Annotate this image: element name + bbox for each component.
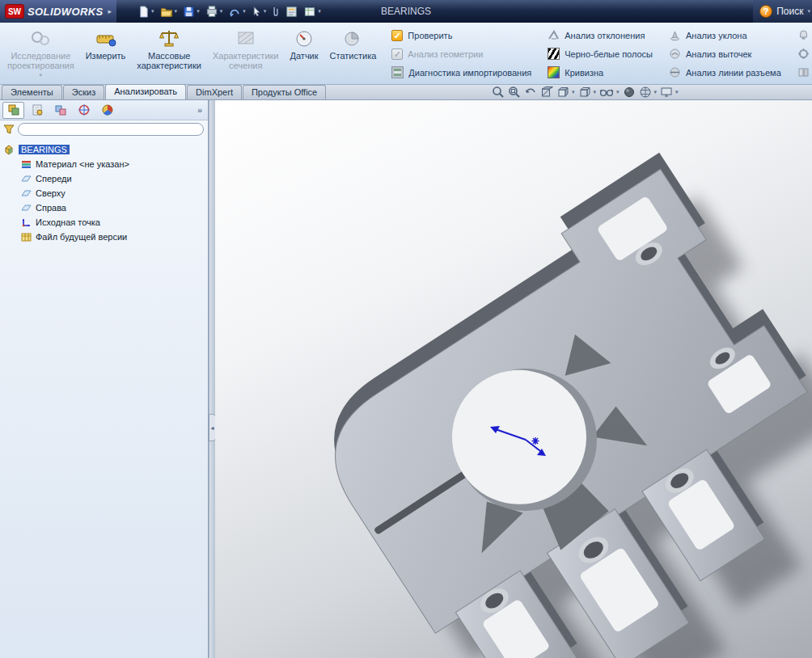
select-button[interactable]: ▾ [252, 6, 267, 18]
tab-features[interactable]: Элементы [2, 85, 62, 99]
tree-root[interactable]: BEARINGS [3, 142, 206, 157]
checked-checkbox-icon[interactable]: ✓ [391, 30, 403, 41]
statistics-icon [342, 27, 363, 51]
tree-item-right-plane[interactable]: Справа [3, 200, 206, 215]
property-manager-tab[interactable] [26, 102, 48, 119]
open-icon [160, 6, 173, 18]
menu-flyout-arrow-icon[interactable]: ▸ [108, 7, 112, 15]
zoom-fit-icon[interactable] [492, 86, 505, 99]
display-manager-tab[interactable] [96, 102, 118, 119]
clipped-button-1[interactable]: Прове [797, 27, 812, 44]
clipped-button-3[interactable]: Сравн [797, 64, 812, 81]
tree-item-front-plane[interactable]: Спереди [3, 171, 206, 186]
dropdown-icon[interactable]: ▾ [40, 70, 43, 80]
command-manager-tabs: Элементы Эскиз Анализировать DimXpert Пр… [0, 85, 812, 100]
undo-button[interactable]: ▾ [228, 6, 246, 18]
search-area[interactable]: ? Поиск ▾ [753, 0, 812, 23]
draft-analysis-icon [669, 29, 681, 41]
curvature-button[interactable]: Кривизна [548, 64, 653, 81]
graphics-viewport[interactable] [215, 100, 812, 658]
save-button[interactable]: ▾ [183, 6, 200, 18]
dropdown-icon[interactable]: ▾ [594, 89, 597, 95]
tree-item-material[interactable]: Материал <не указан> [3, 157, 206, 171]
section-properties-icon [236, 27, 256, 51]
draft-analysis-button[interactable]: Анализ уклона [669, 27, 781, 44]
dimxpert-manager-tab[interactable] [73, 102, 95, 119]
panel-splitter[interactable]: ◂ [209, 100, 215, 658]
check-group: ✓ Проверить ✓ Анализ геометрии Диагности… [385, 24, 538, 83]
import-diagnostics-button[interactable]: Диагностика импортирования [391, 64, 531, 81]
app-name: SOLIDWORKS [27, 6, 104, 18]
tree-item-future-version[interactable]: Файл будущей версии [3, 230, 206, 244]
section-view-icon[interactable] [540, 86, 553, 99]
paperclip-icon [272, 6, 280, 18]
print-icon [205, 6, 218, 18]
tab-office-products[interactable]: Продукты Office [243, 85, 326, 99]
design-study-button[interactable]: Исследование проектирования ▾ [2, 24, 80, 83]
dropdown-icon[interactable]: ▾ [675, 89, 679, 95]
tree-root-label[interactable]: BEARINGS [19, 145, 70, 154]
undercut-analysis-icon [669, 48, 681, 60]
origin-icon [21, 217, 32, 228]
new-document-button[interactable]: ▾ [137, 6, 154, 18]
save-icon [183, 6, 195, 18]
statistics-button[interactable]: Статистика [324, 24, 383, 83]
apply-scene-icon[interactable] [639, 86, 652, 99]
filter-funnel-icon [3, 124, 15, 135]
file-properties-button[interactable] [285, 6, 298, 18]
search-dropdown-icon[interactable]: ▾ [807, 8, 810, 15]
undo-icon [228, 6, 241, 18]
measure-button[interactable]: Измерить [80, 24, 132, 83]
parting-line-analysis-button[interactable]: Анализ линии разъема [669, 64, 781, 81]
dropdown-icon[interactable]: ▾ [654, 89, 658, 95]
select-cursor-icon [252, 6, 262, 18]
geometry-analysis-button[interactable]: ✓ Анализ геометрии [391, 45, 531, 62]
filter-row [0, 120, 208, 137]
mass-properties-button[interactable]: Массовые характеристики [131, 24, 207, 83]
part-icon [3, 144, 15, 155]
configuration-manager-tab[interactable] [49, 102, 71, 119]
feature-tree: BEARINGS Материал <не указан> Спереди Св… [0, 137, 208, 244]
help-icon[interactable]: ? [759, 5, 772, 18]
dropdown-icon[interactable]: ▾ [616, 89, 620, 95]
panel-expand-chevron[interactable]: » [197, 105, 205, 115]
sensor-button[interactable]: Датчик [285, 24, 324, 83]
design-study-icon [29, 27, 52, 51]
search-input[interactable]: Поиск [776, 6, 803, 17]
display-manager-icon [101, 103, 114, 116]
tree-item-top-plane[interactable]: Сверху [3, 186, 206, 200]
solidworks-logo-icon: SW [5, 4, 24, 19]
tab-dimxpert[interactable]: DimXpert [187, 85, 242, 99]
app-logo[interactable]: SW SOLIDWORKS ▸ [0, 0, 116, 23]
dropdown-icon[interactable]: ▾ [572, 89, 575, 95]
unchecked-checkbox-icon[interactable]: ✓ [391, 49, 403, 60]
check-button[interactable]: ✓ Проверить [391, 27, 531, 44]
feature-manager-tab[interactable] [2, 102, 24, 119]
options-grid-icon [303, 6, 316, 18]
zoom-previous-icon[interactable] [524, 86, 537, 99]
view-settings-icon[interactable] [660, 86, 673, 99]
tree-filter-input[interactable] [18, 123, 204, 136]
undercut-analysis-button[interactable]: Анализ выточек [669, 45, 781, 62]
sensor-gauge-icon [294, 27, 315, 51]
display-style-icon[interactable] [578, 86, 591, 99]
open-button[interactable]: ▾ [160, 6, 178, 18]
command-manager-ribbon: Исследование проектирования ▾ Измерить М… [0, 23, 812, 85]
tree-item-origin[interactable]: Исходная точка [3, 215, 206, 230]
deviation-analysis-button[interactable]: Анализ отклонения [548, 27, 653, 44]
edit-appearance-icon[interactable] [623, 86, 636, 99]
print-button[interactable]: ▾ [205, 6, 223, 18]
zoom-area-icon[interactable] [508, 86, 521, 99]
hide-show-items-icon[interactable] [599, 86, 614, 99]
clipped-button-2[interactable]: Анали [797, 45, 812, 62]
zebra-stripes-button[interactable]: Черно-белые полосы [548, 45, 653, 62]
new-document-icon [137, 6, 150, 18]
tab-sketch[interactable]: Эскиз [63, 85, 104, 99]
attach-button[interactable] [272, 6, 280, 18]
tab-evaluate[interactable]: Анализировать [105, 84, 186, 99]
view-orientation-icon[interactable] [556, 86, 569, 99]
appearance-analysis-group: Анализ отклонения Черно-белые полосы Кри… [541, 24, 659, 83]
section-properties-button[interactable]: Характеристики сечения [207, 24, 285, 83]
plane-icon [21, 188, 32, 199]
options-button[interactable]: ▾ [303, 6, 321, 18]
